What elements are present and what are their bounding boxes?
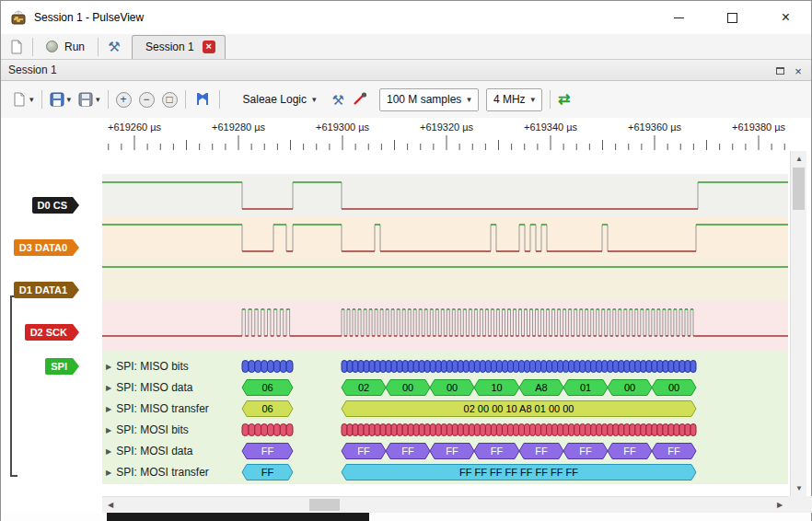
bit-annotation[interactable]	[480, 424, 485, 436]
bit-annotation[interactable]	[375, 424, 380, 436]
dock-float-button[interactable]	[772, 64, 787, 78]
bit-annotation[interactable]	[402, 424, 408, 436]
channels-button[interactable]	[348, 87, 372, 112]
bit-annotation[interactable]	[391, 424, 397, 436]
bit-annotation[interactable]	[353, 424, 358, 436]
bit-annotation[interactable]	[668, 361, 674, 373]
bit-annotation[interactable]	[597, 424, 602, 436]
bit-annotation[interactable]	[242, 424, 249, 436]
bit-annotation[interactable]	[514, 424, 519, 436]
bit-annotation[interactable]	[491, 361, 496, 373]
bit-annotation[interactable]	[547, 361, 552, 373]
decoder-row-label[interactable]: ▶SPI: MOSI transfer	[106, 465, 209, 480]
bit-annotation[interactable]	[530, 424, 536, 436]
bit-annotation[interactable]	[364, 361, 369, 373]
bit-annotation[interactable]	[342, 424, 347, 436]
waveform-plot[interactable]: 0602000010A80100000602 00 00 10 A8 01 00…	[102, 151, 788, 496]
bit-annotation[interactable]	[369, 361, 375, 373]
sample-count-select[interactable]: 100 M samples ▾	[379, 88, 479, 111]
bit-annotation[interactable]	[630, 424, 635, 436]
decoder-row-label[interactable]: ▶SPI: MISO bits	[106, 359, 189, 374]
bit-annotation[interactable]	[613, 424, 619, 436]
trace-view[interactable]: +619260 µs+619280 µs+619300 µs+619320 µs…	[1, 118, 790, 496]
bit-annotation[interactable]	[591, 424, 597, 436]
decoder-row-label[interactable]: ▶SPI: MISO transfer	[106, 401, 209, 416]
bit-annotation[interactable]	[469, 361, 474, 373]
bit-annotation[interactable]	[463, 424, 469, 436]
bit-annotation[interactable]	[452, 361, 458, 373]
bit-annotation[interactable]	[569, 361, 574, 373]
bit-annotation[interactable]	[624, 361, 630, 373]
bit-annotation[interactable]	[508, 424, 514, 436]
bit-annotation[interactable]	[391, 361, 397, 373]
bit-annotation[interactable]	[503, 361, 508, 373]
bit-annotation[interactable]	[386, 361, 391, 373]
bit-annotation[interactable]	[280, 361, 286, 373]
bit-annotation[interactable]	[249, 424, 255, 436]
scroll-left-icon[interactable]: ◀	[102, 497, 119, 513]
channel-label-d2-sck[interactable]: D2 SCK	[25, 324, 73, 341]
bit-annotation[interactable]	[424, 424, 430, 436]
bit-annotation[interactable]	[503, 424, 508, 436]
bit-annotation[interactable]	[424, 361, 430, 373]
bit-annotation[interactable]	[273, 361, 280, 373]
bit-annotation[interactable]	[413, 424, 419, 436]
bit-annotation[interactable]	[552, 424, 558, 436]
scroll-down-icon[interactable]: ▼	[791, 480, 807, 496]
device-select[interactable]: Saleae Logic ▾	[237, 88, 323, 111]
bit-annotation[interactable]	[574, 361, 580, 373]
bit-annotation[interactable]	[541, 361, 547, 373]
settings-button[interactable]: ⚒	[102, 36, 126, 58]
bit-annotation[interactable]	[458, 424, 463, 436]
tab-close-icon[interactable]: ×	[203, 41, 215, 53]
bit-annotation[interactable]	[674, 361, 679, 373]
bit-annotation[interactable]	[657, 424, 663, 436]
bit-annotation[interactable]	[469, 424, 474, 436]
bit-annotation[interactable]	[447, 424, 452, 436]
bit-annotation[interactable]	[558, 424, 563, 436]
bit-annotation[interactable]	[255, 424, 261, 436]
bit-annotation[interactable]	[358, 424, 364, 436]
bit-annotation[interactable]	[552, 361, 558, 373]
bit-annotation[interactable]	[657, 361, 663, 373]
bit-annotation[interactable]	[419, 361, 424, 373]
bit-annotation[interactable]	[249, 361, 255, 373]
bit-annotation[interactable]	[347, 424, 353, 436]
bit-annotation[interactable]	[536, 361, 541, 373]
bit-annotation[interactable]	[419, 424, 424, 436]
bit-annotation[interactable]	[591, 361, 597, 373]
bit-annotation[interactable]	[619, 361, 624, 373]
decoder-row-label[interactable]: ▶SPI: MOSI bits	[106, 423, 189, 437]
bit-annotation[interactable]	[413, 361, 419, 373]
bit-annotation[interactable]	[342, 361, 347, 373]
bit-annotation[interactable]	[679, 361, 685, 373]
bit-annotation[interactable]	[435, 361, 441, 373]
bit-annotation[interactable]	[586, 361, 591, 373]
bit-annotation[interactable]	[261, 361, 268, 373]
bit-annotation[interactable]	[380, 424, 386, 436]
open-button[interactable]: ▾	[46, 87, 75, 112]
channel-label-d0-cs[interactable]: D0 CS	[32, 197, 73, 214]
new-view-button[interactable]: ⇄	[554, 87, 574, 112]
bit-annotation[interactable]	[580, 361, 586, 373]
bit-annotation[interactable]	[430, 361, 435, 373]
bit-annotation[interactable]	[474, 361, 480, 373]
bit-annotation[interactable]	[547, 424, 552, 436]
bit-annotation[interactable]	[525, 424, 530, 436]
bit-annotation[interactable]	[613, 361, 619, 373]
time-ruler[interactable]: +619260 µs+619280 µs+619300 µs+619320 µs…	[102, 118, 788, 151]
bit-annotation[interactable]	[685, 424, 690, 436]
decoder-row-label[interactable]: ▶SPI: MISO data	[106, 380, 193, 395]
bit-annotation[interactable]	[652, 424, 657, 436]
decoder-row-label[interactable]: ▶SPI: MOSI data	[106, 444, 193, 458]
scroll-up-icon[interactable]: ▲	[791, 151, 807, 167]
bit-annotation[interactable]	[674, 424, 679, 436]
tab-session-1[interactable]: Session 1 ×	[132, 35, 226, 59]
bit-annotation[interactable]	[646, 361, 652, 373]
bit-annotation[interactable]	[441, 424, 447, 436]
close-button[interactable]: ×	[765, 1, 806, 34]
bit-annotation[interactable]	[286, 424, 293, 436]
bit-annotation[interactable]	[525, 361, 530, 373]
bit-annotation[interactable]	[541, 424, 547, 436]
bit-annotation[interactable]	[580, 424, 586, 436]
